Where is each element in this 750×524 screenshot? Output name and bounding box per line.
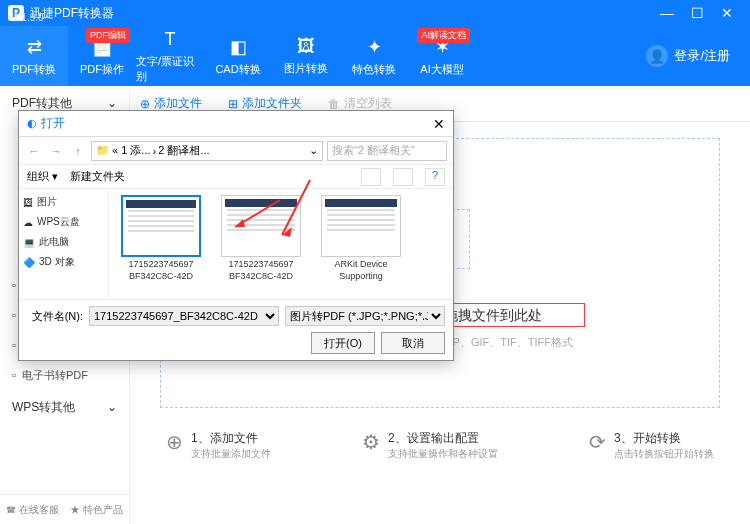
tab-pdf-convert[interactable]: ⇄ PDF转换 bbox=[0, 26, 68, 86]
trash-icon: 🗑 bbox=[328, 97, 340, 111]
tab-special[interactable]: ✦ 特色转换 bbox=[340, 26, 408, 86]
close-button[interactable]: ✕ bbox=[712, 5, 742, 21]
main-toolbar: v1.1.9.0 ⇄ PDF转换 PDF编辑 📄 PDF操作 T 文字/票证识别… bbox=[0, 26, 750, 86]
file-name: BF342C8C-42D bbox=[129, 271, 193, 281]
tab-ocr[interactable]: T 文字/票证识别 bbox=[136, 26, 204, 86]
file-name: ARKit Device bbox=[334, 259, 387, 269]
step-sub: 支持批量添加文件 bbox=[191, 447, 271, 461]
convert-icon: ⟳ bbox=[589, 430, 606, 454]
avatar-icon: 👤 bbox=[646, 45, 668, 67]
star-icon: ✦ bbox=[367, 36, 382, 58]
label: 特色产品 bbox=[83, 504, 123, 515]
doc-icon: ▫ bbox=[12, 369, 16, 381]
view-pane-button[interactable] bbox=[393, 168, 413, 186]
login-link[interactable]: 👤 登录/注册 bbox=[646, 45, 750, 67]
3d-icon: 🔷 bbox=[23, 257, 35, 268]
tab-cad[interactable]: ◧ CAD转换 bbox=[204, 26, 272, 86]
sidebar-cat-wps-to-other[interactable]: WPS转其他⌄ bbox=[0, 390, 129, 424]
step-title: 3、开始转换 bbox=[614, 430, 714, 447]
app-version: v1.1.9.0 bbox=[8, 12, 44, 23]
step-1: ⊕ 1、添加文件支持批量添加文件 bbox=[166, 430, 271, 461]
pictures-icon: 🖼 bbox=[23, 197, 33, 208]
file-thumbnail bbox=[221, 195, 301, 257]
side-wps-cloud[interactable]: ☁WPS云盘 bbox=[23, 213, 104, 231]
dialog-sidebar: 🖼图片 ☁WPS云盘 💻此电脑 🔷3D 对象 bbox=[19, 189, 109, 299]
file-name: 1715223745697 bbox=[128, 259, 193, 269]
step-sub: 支持批量操作和各种设置 bbox=[388, 447, 498, 461]
chevron-down-icon: ⌄ bbox=[107, 96, 117, 110]
label: 在线客服 bbox=[19, 504, 59, 515]
cancel-button[interactable]: 取消 bbox=[381, 332, 445, 354]
file-thumbnail bbox=[321, 195, 401, 257]
file-name: 1715223745697 bbox=[228, 259, 293, 269]
crumb: « 1 添... bbox=[112, 143, 151, 158]
breadcrumb[interactable]: 📁 « 1 添... › 2 翻译相... ⌄ bbox=[91, 141, 323, 161]
nav-up-button[interactable]: ↑ bbox=[69, 145, 87, 157]
badge-pdf-edit: PDF编辑 bbox=[86, 28, 130, 43]
dialog-tools: 组织 ▾ 新建文件夹 ? bbox=[19, 165, 453, 189]
file-item[interactable]: ARKit Device Supporting bbox=[315, 195, 407, 293]
support-link[interactable]: ☎ 在线客服 bbox=[6, 503, 59, 517]
products-link[interactable]: ★ 特色产品 bbox=[70, 503, 123, 517]
doc-icon: ▫ bbox=[12, 339, 16, 351]
cat-label: WPS转其他 bbox=[12, 399, 75, 416]
tab-label: PDF操作 bbox=[80, 62, 124, 77]
nav-back-button[interactable]: ← bbox=[25, 145, 43, 157]
help-button[interactable]: ? bbox=[425, 168, 445, 186]
minimize-button[interactable]: — bbox=[652, 5, 682, 21]
nav-fwd-button[interactable]: → bbox=[47, 145, 65, 157]
folder-plus-icon: ⊞ bbox=[228, 97, 238, 111]
filetype-select[interactable]: 图片转PDF (*.JPG;*.PNG;*.JPEG) bbox=[285, 306, 445, 326]
filename-label: 文件名(N): bbox=[27, 309, 83, 324]
dialog-nav: ← → ↑ 📁 « 1 添... › 2 翻译相... ⌄ 搜索"2 翻译相关" bbox=[19, 137, 453, 165]
folder-icon: 📁 bbox=[96, 144, 110, 157]
app-mini-icon: ◐ bbox=[27, 117, 37, 130]
text-icon: T bbox=[165, 29, 176, 50]
side-this-pc[interactable]: 💻此电脑 bbox=[23, 233, 104, 251]
window-titlebar: P 迅捷PDF转换器 — ☐ ✕ bbox=[0, 0, 750, 26]
tab-image[interactable]: 🖼 图片转换 bbox=[272, 26, 340, 86]
sidebar-footer: ☎ 在线客服 ★ 特色产品 bbox=[0, 494, 129, 524]
placeholder: 搜索"2 翻译相关" bbox=[332, 143, 415, 158]
tab-label: 文字/票证识别 bbox=[136, 54, 204, 84]
maximize-button[interactable]: ☐ bbox=[682, 5, 712, 21]
new-folder-button[interactable]: 新建文件夹 bbox=[70, 169, 125, 184]
side-3d-objects[interactable]: 🔷3D 对象 bbox=[23, 253, 104, 271]
tab-ai[interactable]: AI解读文档 ✶ AI大模型 bbox=[408, 26, 476, 86]
sidebar-item-ebook[interactable]: ▫电子书转PDF bbox=[0, 360, 129, 390]
item-label: 电子书转PDF bbox=[22, 368, 88, 383]
doc-icon: ▫ bbox=[12, 309, 16, 321]
tab-label: 特色转换 bbox=[352, 62, 396, 77]
filename-input[interactable]: 1715223745697_BF342C8C-42D bbox=[89, 306, 279, 326]
view-mode-button[interactable] bbox=[361, 168, 381, 186]
convert-icon: ⇄ bbox=[27, 36, 42, 58]
doc-icon: ▫ bbox=[12, 279, 16, 291]
organize-menu[interactable]: 组织 ▾ bbox=[27, 169, 58, 184]
file-thumbnail bbox=[121, 195, 201, 257]
cad-icon: ◧ bbox=[230, 36, 247, 58]
label: 组织 bbox=[27, 170, 49, 182]
open-button[interactable]: 打开(O) bbox=[311, 332, 375, 354]
dialog-title: 打开 bbox=[41, 115, 433, 132]
label: WPS云盘 bbox=[37, 215, 80, 229]
steps-row: ⊕ 1、添加文件支持批量添加文件 ⚙ 2、设置输出配置支持批量操作和各种设置 ⟳… bbox=[160, 430, 720, 461]
file-item[interactable]: 1715223745697 BF342C8C-42D bbox=[215, 195, 307, 293]
crumb: 2 翻译相... bbox=[158, 143, 209, 158]
login-label: 登录/注册 bbox=[674, 47, 730, 65]
dialog-close-button[interactable]: ✕ bbox=[433, 116, 445, 132]
chevron-down-icon[interactable]: ⌄ bbox=[309, 144, 318, 157]
pc-icon: 💻 bbox=[23, 237, 35, 248]
tab-label: 图片转换 bbox=[284, 61, 328, 76]
chevron-right-icon: › bbox=[153, 145, 157, 157]
step-title: 2、设置输出配置 bbox=[388, 430, 498, 447]
dialog-search-input[interactable]: 搜索"2 翻译相关" bbox=[327, 141, 447, 161]
tab-label: PDF转换 bbox=[12, 62, 56, 77]
side-pictures[interactable]: 🖼图片 bbox=[23, 193, 104, 211]
step-2: ⚙ 2、设置输出配置支持批量操作和各种设置 bbox=[362, 430, 498, 461]
tab-pdf-operate[interactable]: PDF编辑 📄 PDF操作 bbox=[68, 26, 136, 86]
file-item[interactable]: 1715223745697 BF342C8C-42D bbox=[115, 195, 207, 293]
chevron-down-icon: ⌄ bbox=[107, 400, 117, 414]
step-3: ⟳ 3、开始转换点击转换按钮开始转换 bbox=[589, 430, 714, 461]
add-file-icon: ⊕ bbox=[166, 430, 183, 454]
step-title: 1、添加文件 bbox=[191, 430, 271, 447]
